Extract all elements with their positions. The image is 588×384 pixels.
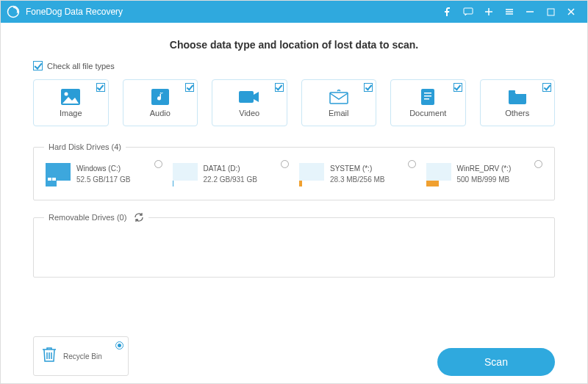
drive-radio[interactable] bbox=[534, 160, 542, 168]
facebook-icon[interactable] bbox=[437, 1, 458, 23]
scan-button[interactable]: Scan bbox=[437, 348, 555, 376]
filetype-document-checkbox[interactable] bbox=[453, 83, 462, 92]
filetype-label: Image bbox=[60, 109, 82, 117]
hdd-group: Hard Disk Drives (4) Windows (C:)52.5 GB… bbox=[33, 142, 555, 200]
svg-rect-2 bbox=[464, 8, 473, 14]
filetype-image-checkbox[interactable] bbox=[96, 83, 105, 92]
drive-icon bbox=[46, 163, 71, 186]
drive-size: 28.3 MB/256 MB bbox=[330, 174, 384, 185]
drive-size: 22.2 GB/931 GB bbox=[204, 174, 257, 185]
filetype-others-checkbox[interactable] bbox=[542, 83, 551, 92]
filetype-document[interactable]: Document bbox=[390, 79, 466, 126]
filetype-audio[interactable]: Audio bbox=[123, 79, 198, 126]
svg-rect-11 bbox=[424, 95, 431, 97]
filetype-image[interactable]: Image bbox=[33, 79, 109, 126]
drive-radio[interactable] bbox=[154, 160, 162, 168]
drive-icon bbox=[173, 163, 198, 186]
minimize-button[interactable] bbox=[520, 1, 540, 23]
email-icon bbox=[329, 88, 349, 106]
filetype-label: Audio bbox=[150, 109, 171, 117]
document-icon bbox=[417, 88, 438, 106]
drive-icon bbox=[426, 163, 451, 186]
filetype-email-checkbox[interactable] bbox=[364, 83, 373, 92]
check-all-row[interactable]: Check all file types bbox=[33, 61, 555, 70]
svg-rect-7 bbox=[239, 91, 254, 103]
filetype-video-checkbox[interactable] bbox=[275, 83, 284, 92]
drive-size: 500 MB/999 MB bbox=[457, 174, 512, 185]
filetype-audio-checkbox[interactable] bbox=[185, 83, 194, 92]
drive-0[interactable]: Windows (C:)52.5 GB/117 GB bbox=[44, 160, 164, 189]
svg-rect-9 bbox=[421, 89, 434, 105]
filetype-grid: Image Audio Video Email Document Others bbox=[33, 79, 555, 126]
removable-group: Removable Drives (0) bbox=[33, 212, 555, 278]
drive-radio[interactable] bbox=[408, 160, 416, 168]
audio-icon bbox=[150, 88, 171, 106]
drive-radio[interactable] bbox=[281, 160, 289, 168]
drive-3[interactable]: WinRE_DRV (*:)500 MB/999 MB bbox=[425, 160, 545, 189]
filetype-label: Others bbox=[505, 109, 529, 117]
refresh-icon[interactable] bbox=[134, 212, 144, 222]
svg-rect-10 bbox=[424, 93, 431, 94]
filetype-label: Document bbox=[409, 109, 446, 117]
titlebar: FoneDog Data Recovery bbox=[1, 1, 587, 23]
page-heading: Choose data type and location of lost da… bbox=[33, 39, 555, 51]
menu-icon[interactable] bbox=[499, 1, 520, 23]
feedback-icon[interactable] bbox=[458, 1, 478, 23]
svg-rect-8 bbox=[330, 93, 348, 104]
drive-icon bbox=[299, 163, 324, 186]
svg-rect-3 bbox=[548, 9, 554, 15]
drive-name: Windows (C:) bbox=[76, 163, 130, 174]
app-logo-icon bbox=[7, 5, 20, 18]
svg-point-5 bbox=[65, 93, 68, 96]
plus-icon[interactable] bbox=[478, 1, 499, 23]
close-button[interactable] bbox=[561, 1, 581, 23]
drive-2[interactable]: SYSTEM (*:)28.3 MB/256 MB bbox=[298, 160, 417, 189]
drive-size: 52.5 GB/117 GB bbox=[76, 174, 130, 185]
drive-name: DATA1 (D:) bbox=[204, 163, 257, 174]
app-title: FoneDog Data Recovery bbox=[26, 7, 123, 17]
hdd-legend: Hard Disk Drives (4) bbox=[44, 142, 126, 151]
removable-legend: Removable Drives (0) bbox=[44, 212, 148, 222]
filetype-label: Video bbox=[239, 109, 259, 117]
trash-icon bbox=[41, 346, 57, 366]
filetype-label: Email bbox=[329, 109, 349, 117]
recycle-label: Recycle Bin bbox=[63, 352, 102, 361]
image-icon bbox=[60, 88, 81, 106]
svg-rect-12 bbox=[424, 98, 429, 100]
recycle-bin-option[interactable]: Recycle Bin bbox=[33, 336, 129, 376]
filetype-video[interactable]: Video bbox=[212, 79, 287, 126]
check-all-label: Check all file types bbox=[47, 62, 115, 70]
removable-empty bbox=[44, 231, 544, 267]
svg-rect-13 bbox=[509, 90, 515, 93]
drive-name: SYSTEM (*:) bbox=[330, 163, 384, 174]
drive-1[interactable]: DATA1 (D:)22.2 GB/931 GB bbox=[171, 160, 291, 189]
maximize-button[interactable] bbox=[540, 1, 561, 23]
video-icon bbox=[239, 88, 259, 106]
filetype-email[interactable]: Email bbox=[301, 79, 377, 126]
folder-icon bbox=[507, 88, 528, 106]
filetype-others[interactable]: Others bbox=[480, 79, 556, 126]
drive-name: WinRE_DRV (*:) bbox=[457, 163, 512, 174]
check-all-checkbox[interactable] bbox=[33, 61, 43, 70]
recycle-radio[interactable] bbox=[115, 341, 123, 349]
